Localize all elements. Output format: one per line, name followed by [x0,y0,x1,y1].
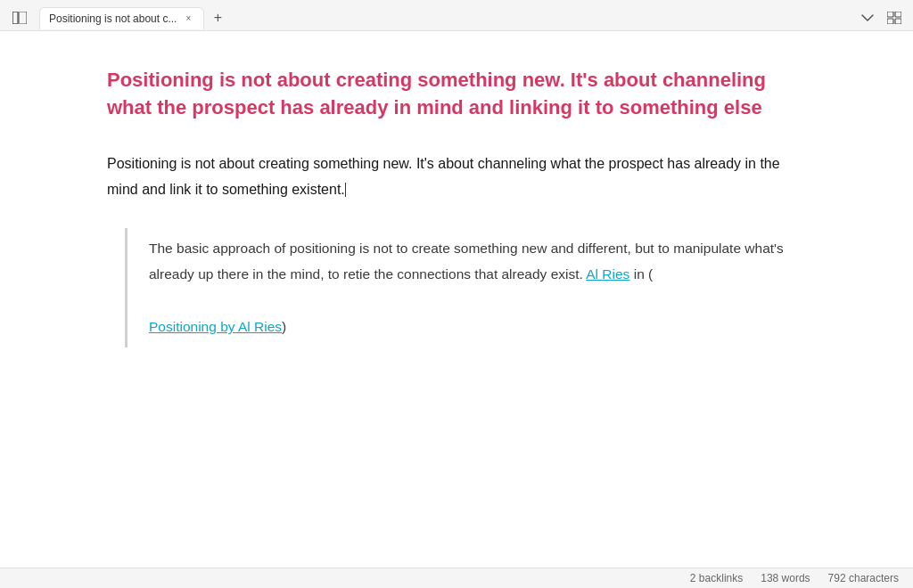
status-bar: 2 backlinks 138 words 792 characters [0,568,913,588]
page-title: Positioning is not about creating someth… [107,67,806,122]
quote-suffix: in ( [629,266,653,282]
browser-chrome: Positioning is not about c... × + [0,0,913,31]
svg-rect-0 [12,12,18,24]
svg-rect-5 [887,19,893,24]
word-count: 138 words [761,572,810,584]
tab-close-button[interactable]: × [182,12,194,25]
al-ries-link[interactable]: Al Ries [586,266,629,282]
tab-title: Positioning is not about c... [49,12,177,25]
content-area: Positioning is not about creating someth… [0,31,913,568]
svg-rect-6 [895,19,901,24]
new-tab-button[interactable]: + [206,6,229,29]
svg-rect-1 [12,12,27,24]
backlinks-count: 2 backlinks [690,572,743,584]
active-tab[interactable]: Positioning is not about c... × [39,7,204,29]
chevron-down-icon[interactable] [856,6,879,29]
sidebar-toggle-button[interactable] [7,5,32,30]
svg-rect-4 [895,12,901,17]
tab-bar: Positioning is not about c... × + [0,0,913,30]
main-paragraph: Positioning is not about creating someth… [107,151,806,203]
text-cursor [345,183,347,197]
character-count: 792 characters [828,572,899,584]
quote-text: The basic approach of positioning is not… [149,235,785,340]
quote-block: The basic approach of positioning is not… [125,228,806,347]
svg-rect-3 [887,12,893,17]
grid-layout-icon[interactable] [883,6,906,29]
tab-actions [856,6,906,29]
quote-close: ) [282,319,286,334]
positioning-book-link[interactable]: Positioning by Al Ries [149,319,282,334]
